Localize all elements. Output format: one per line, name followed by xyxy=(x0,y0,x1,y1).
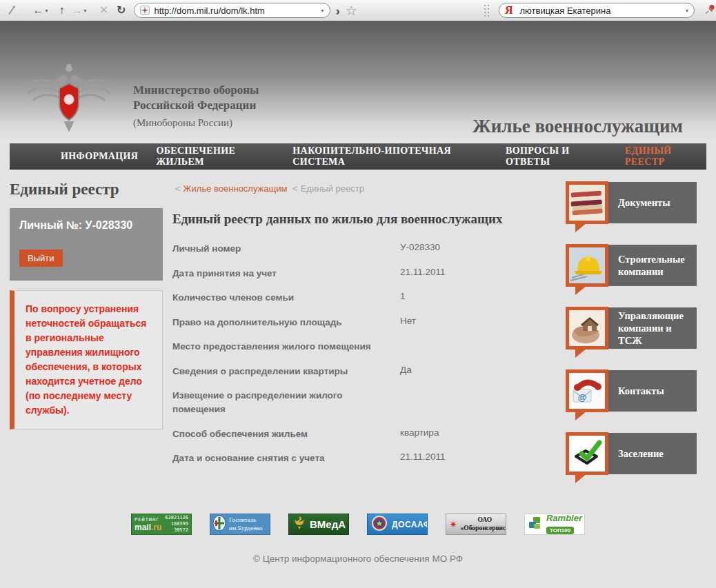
ministry-line1: Министерство обороны xyxy=(133,83,259,98)
banner-rambler-top100[interactable]: Rambler ТОП100 xyxy=(524,514,585,535)
row-value: 21.11.2011 xyxy=(400,267,446,281)
row-label: Личный номер xyxy=(172,242,400,256)
toolbar-grip-handle[interactable] xyxy=(484,5,489,17)
quicklink-construction-companies[interactable]: Строительные компании xyxy=(566,245,697,286)
table-row: Количество членов семьи 1 xyxy=(172,285,556,310)
nav-item-housing-provision[interactable]: ОБЕСПЕЧЕНИЕ ЖИЛЬЕМ xyxy=(156,145,275,168)
partner-banners: РЕЙТИНГ mail.ru 62821126 188399 30572 Го… xyxy=(0,514,716,535)
logout-button[interactable]: Выйти xyxy=(19,250,63,267)
back-button[interactable]: ← xyxy=(33,5,44,16)
row-label: Право на дополнительную площадь xyxy=(172,316,400,330)
table-row: Личный номер У-028330 xyxy=(172,236,556,261)
quicklink-management-companies[interactable]: Управляющие компании и ТСЖ xyxy=(566,307,697,349)
row-value: Нет xyxy=(400,316,416,330)
row-label: Способ обеспечения жильем xyxy=(172,427,400,441)
row-label: Количество членов семьи xyxy=(172,291,400,305)
quicklink-contacts[interactable]: @ Контакты xyxy=(566,370,697,412)
mailru-caption: РЕЙТИНГ xyxy=(135,517,161,523)
go-button[interactable]: › xyxy=(336,4,340,17)
table-row: Способ обеспечения жильем квартира xyxy=(172,422,556,447)
reload-button[interactable]: ↻ xyxy=(117,5,126,16)
rambler-cubes-icon xyxy=(528,516,543,534)
yandex-logo-icon: Я xyxy=(505,4,513,17)
pushpin-icon[interactable] xyxy=(704,3,716,18)
dosaaf-text: ДОСААФ xyxy=(392,520,428,529)
breadcrumb-separator: < xyxy=(292,183,298,194)
forward-history-caret[interactable]: ▾ xyxy=(84,8,87,14)
breadcrumb: <Жилье военнослужащим <Единый реестр xyxy=(172,183,556,194)
url-bar[interactable]: ▾ xyxy=(134,3,330,18)
back-history-caret[interactable]: ▾ xyxy=(46,8,48,14)
url-dropdown-caret[interactable]: ▾ xyxy=(321,8,324,14)
quicklink-tail xyxy=(575,223,587,232)
footer-copyright: © Центр информационного обеспечения МО Р… xyxy=(0,554,716,564)
row-label: Место предоставления жилого помещения xyxy=(172,340,400,354)
vmeda-bowl-icon xyxy=(292,516,306,534)
sidebar-title: Единый реестр xyxy=(10,181,163,199)
main-nav: ИНФОРМАЦИЯ ОБЕСПЕЧЕНИЕ ЖИЛЬЕМ НАКОПИТЕЛЬ… xyxy=(10,143,706,170)
burdenko-text: Госпиталь им.Бурденко xyxy=(229,516,262,532)
banner-vmeda[interactable]: ВМедА xyxy=(288,514,349,535)
row-value: У-028330 xyxy=(400,242,440,256)
rambler-text: Rambler ТОП100 xyxy=(546,514,582,535)
table-row: Сведения о распределении квартиры Да xyxy=(172,359,556,384)
main-column: <Жилье военнослужащим <Единый реестр Еди… xyxy=(172,181,556,502)
row-value: квартира xyxy=(400,427,439,441)
breadcrumb-current: Единый реестр xyxy=(301,183,364,194)
wand-icon[interactable]: ✶ xyxy=(7,6,17,15)
nav-item-unified-registry[interactable]: ЕДИНЫЙ РЕЕСТР xyxy=(625,145,706,168)
site-header: Министерство обороны Российской Федераци… xyxy=(0,21,716,143)
banner-dosaaf[interactable]: ДОСААФ xyxy=(367,514,428,535)
left-sidebar: Единый реестр Личный №: У-028330 Выйти П… xyxy=(10,181,163,502)
burdenko-emblem-icon xyxy=(212,515,226,534)
nav-item-information[interactable]: ИНФОРМАЦИЯ xyxy=(61,151,138,162)
quicklink-documents[interactable]: Документы xyxy=(566,182,697,223)
notice-box: По вопросу устранения неточностей обраща… xyxy=(10,290,163,429)
mod-eagle-emblem-icon xyxy=(21,60,117,137)
banner-oboronservis[interactable]: ✴ ОАО «Оборонсервис» xyxy=(446,514,506,535)
search-dropdown-caret[interactable]: ▾ xyxy=(686,8,688,14)
row-value: Да xyxy=(400,365,412,378)
browser-toolbar: ✶ ← ▾ ↑ → ▾ ✕ ↻ ▾ › ☆ Я ▾ xyxy=(0,0,716,21)
notice-text: По вопросу устранения неточностей обраща… xyxy=(26,302,152,418)
checkmark-photo-icon xyxy=(566,432,608,475)
nav-item-mortgage-system[interactable]: НАКОПИТЕЛЬНО-ИПОТЕЧНАЯ СИСТЕМА xyxy=(292,145,488,168)
url-input[interactable] xyxy=(154,6,319,16)
quicklink-label: Документы xyxy=(618,196,675,209)
row-label: Сведения о распределении квартиры xyxy=(172,365,400,378)
bookmark-star-icon[interactable]: ☆ xyxy=(346,4,357,17)
breadcrumb-home-link[interactable]: Жилье военнослужащим xyxy=(183,183,288,194)
search-bar[interactable]: Я ▾ xyxy=(499,3,695,18)
table-row: Место предоставления жилого помещения xyxy=(172,334,556,359)
hardhat-photo-icon xyxy=(566,244,608,287)
ministry-line2: Российской Федерации xyxy=(133,98,259,113)
quicklink-label: Контакты xyxy=(618,385,668,397)
phone-email-photo-icon: @ xyxy=(566,369,608,412)
forward-button[interactable]: → xyxy=(72,5,83,16)
search-input[interactable] xyxy=(519,6,684,16)
dosaaf-emblem-icon xyxy=(371,515,388,534)
mailru-counters: 62821126 188399 30572 xyxy=(165,515,188,534)
quicklink-tail xyxy=(575,411,587,420)
quicklink-tail xyxy=(575,348,587,358)
quicklink-move-in[interactable]: Заселение xyxy=(566,433,697,474)
mailru-logo: mail.ru xyxy=(135,523,161,532)
quicklink-tail xyxy=(575,474,587,483)
quicklink-label: Строительные компании xyxy=(618,253,697,278)
nav-item-questions-answers[interactable]: ВОПРОСЫ И ОТВЕТЫ xyxy=(506,145,607,168)
site-favicon xyxy=(140,6,150,15)
row-label: Извещение о распределении жилого помещен… xyxy=(172,389,345,416)
quicklink-label: Управляющие компании и ТСЖ xyxy=(618,310,697,347)
row-label: Дата и основание снятия с учета xyxy=(172,452,400,465)
banner-burdenko-hospital[interactable]: Госпиталь им.Бурденко xyxy=(210,514,270,535)
table-row: Дата и основание снятия с учета 21.11.20… xyxy=(172,446,556,471)
up-button[interactable]: ↑ xyxy=(59,5,65,16)
right-sidebar: Документы Строительные компании xyxy=(566,181,697,502)
quicklink-tail xyxy=(575,285,587,295)
hand-house-photo-icon xyxy=(566,307,608,349)
banner-mailru-rating[interactable]: РЕЙТИНГ mail.ru 62821126 188399 30572 xyxy=(131,514,192,535)
stop-button[interactable]: ✕ xyxy=(99,5,108,16)
page-title: Единый реестр данных по жилью для военно… xyxy=(172,212,556,227)
oboronservis-star-icon: ✴ xyxy=(449,518,458,531)
table-row: Право на дополнительную площадь Нет xyxy=(172,310,556,335)
